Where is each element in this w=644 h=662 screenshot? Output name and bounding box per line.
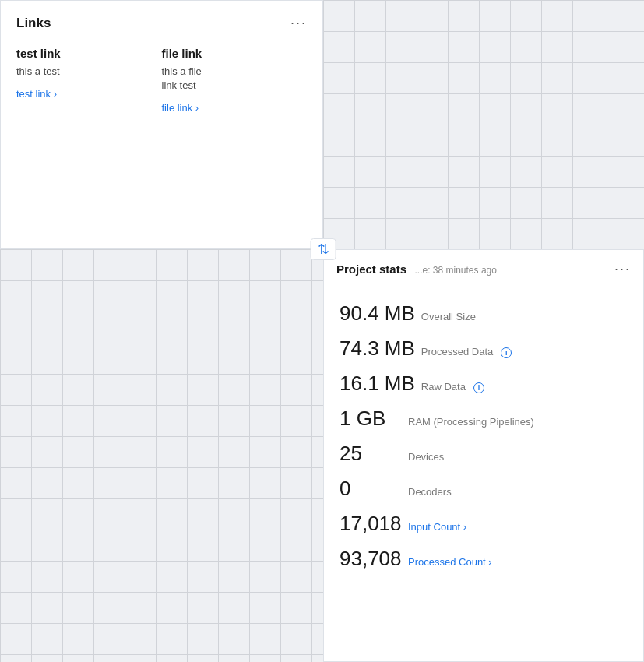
- link-item-desc: this a test: [16, 65, 154, 79]
- stat-label: Decoders: [408, 486, 452, 498]
- stats-card: Project stats ...e: 38 minutes ago ··· 9…: [323, 249, 644, 662]
- stats-body: 90.4 MBOverall Size74.3 MBProcessed Data…: [324, 287, 643, 585]
- stat-value: 93,708: [340, 547, 402, 571]
- stat-value: 16.1 MB: [340, 371, 415, 396]
- stat-row: 90.4 MBOverall Size: [340, 301, 628, 326]
- link-item: file linkthis a file link testfile link: [162, 47, 308, 114]
- link-item: test linkthis a testtest link: [16, 47, 162, 114]
- sort-icon-button[interactable]: ⇅: [311, 238, 336, 260]
- stats-header: Project stats ...e: 38 minutes ago ···: [324, 250, 643, 287]
- stat-label: Overall Size: [421, 311, 476, 322]
- link-item-anchor[interactable]: test link: [16, 88, 57, 100]
- stat-label: Raw Data: [421, 381, 466, 393]
- bottom-left-grid: [0, 249, 323, 662]
- stat-label: RAM (Processing Pipelines): [408, 416, 534, 428]
- top-right-grid: [323, 0, 644, 249]
- stat-value: 0: [340, 477, 402, 501]
- stat-row: 74.3 MBProcessed Datai: [340, 336, 628, 361]
- stat-value: 17,018: [340, 512, 402, 536]
- stat-row: 1 GBRAM (Processing Pipelines): [340, 407, 628, 431]
- links-card-header: Links ···: [16, 15, 307, 31]
- stat-row: 16.1 MBRaw Datai: [340, 371, 628, 396]
- info-icon[interactable]: i: [473, 382, 484, 393]
- link-item-title: file link: [162, 47, 300, 60]
- stat-value: 74.3 MB: [340, 336, 415, 361]
- stat-row: 93,708Processed Count: [340, 547, 628, 571]
- link-item-desc: this a file link test: [162, 65, 300, 93]
- links-title: Links: [16, 16, 51, 31]
- stats-header-left: Project stats ...e: 38 minutes ago: [336, 262, 497, 276]
- stat-label-link[interactable]: Processed Count: [408, 556, 492, 568]
- stat-row: 17,018Input Count: [340, 512, 628, 536]
- stats-time: ...e: 38 minutes ago: [415, 265, 497, 276]
- stat-label: Devices: [408, 451, 444, 463]
- stats-more-button[interactable]: ···: [614, 261, 631, 277]
- stat-value: 1 GB: [340, 407, 402, 431]
- stat-value: 90.4 MB: [340, 301, 415, 326]
- links-grid: test linkthis a testtest linkfile linkth…: [16, 47, 307, 114]
- stat-value: 25: [340, 442, 402, 466]
- stat-row: 25Devices: [340, 442, 628, 466]
- stat-row: 0Decoders: [340, 477, 628, 501]
- stats-title: Project stats: [336, 262, 406, 276]
- links-more-button[interactable]: ···: [290, 15, 307, 31]
- sort-arrows-icon: ⇅: [318, 242, 329, 256]
- stat-label-link[interactable]: Input Count: [408, 521, 466, 533]
- link-item-anchor[interactable]: file link: [162, 102, 199, 114]
- stat-label: Processed Data: [421, 346, 494, 357]
- link-item-title: test link: [16, 47, 154, 60]
- links-card: Links ··· test linkthis a testtest linkf…: [0, 0, 323, 249]
- info-icon[interactable]: i: [501, 347, 512, 358]
